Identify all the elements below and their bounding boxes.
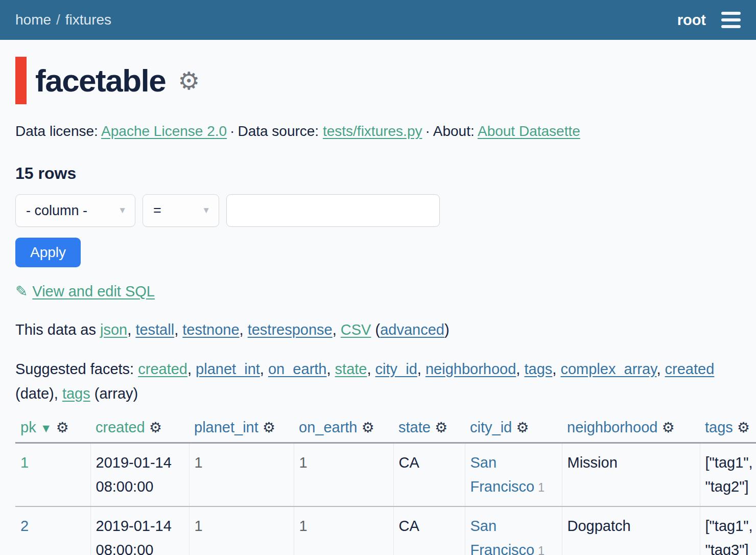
column-header-on-earth: on_earth⚙ [294,419,393,443]
export-link-testall[interactable]: testall [135,321,174,338]
about-link[interactable]: About Datasette [478,123,580,139]
filter-operator-value: = [153,203,161,219]
sort-column-link[interactable]: created [96,419,145,435]
city-link[interactable]: San Francisco [470,454,535,495]
source-link[interactable]: tests/fixtures.py [323,123,422,139]
column-header-state: state⚙ [393,419,465,443]
export-link-testnone[interactable]: testnone [182,321,239,338]
column-gear-icon[interactable]: ⚙ [362,420,374,435]
cell-city-id: San Francisco1 [465,506,562,555]
apply-button[interactable]: Apply [15,238,81,267]
column-gear-icon[interactable]: ⚙ [737,420,750,435]
select-arrow-icon: ▼ [118,205,127,216]
view-edit-sql-link[interactable]: View and edit SQL [32,283,155,299]
suggested-facets-line: Suggested facets: created, planet_int, o… [15,357,741,406]
metadata-line: Data license: Apache License 2.0·Data so… [15,123,741,140]
sql-edit-row: ✎View and edit SQL [15,283,741,300]
facet-link-complex-array[interactable]: complex_array [560,361,656,377]
column-header-tags: tags⚙ [700,419,756,443]
facet-link-planet-int[interactable]: planet_int [196,361,260,377]
table-row: 1 2019-01-14 08:00:00 1 1 CA San Francis… [15,443,756,507]
table-settings-gear-icon[interactable]: ⚙ [178,66,200,95]
logged-in-user-label[interactable]: root [677,12,706,29]
facet-link-tags-array[interactable]: tags [62,385,90,402]
facet-item: tags (array) [62,385,138,402]
row-pk-link[interactable]: 1 [20,454,29,471]
column-header-planet-int: planet_int⚙ [189,419,294,443]
column-gear-icon[interactable]: ⚙ [56,420,68,435]
facet-item: on_earth, [268,361,331,377]
sort-column-link[interactable]: neighborhood [567,419,657,435]
export-item: testnone, [182,321,243,338]
row-count-heading: 15 rows [15,164,741,183]
cell-neighborhood: Mission [562,443,700,507]
column-header-created: created⚙ [90,419,189,443]
facet-link-tags[interactable]: tags [524,361,552,377]
cell-planet-int: 1 [189,443,294,507]
filter-value-input[interactable] [226,194,440,227]
city-link[interactable]: San Francisco [470,518,535,555]
cell-on-earth: 1 [294,506,393,555]
export-link-json[interactable]: json [100,321,127,338]
column-header-pk: pk▼⚙ [15,419,90,443]
sort-column-link[interactable]: on_earth [299,419,358,435]
top-navigation-bar: home/fixtures root [0,0,756,40]
column-gear-icon[interactable]: ⚙ [516,420,529,435]
hamburger-menu-icon[interactable] [721,10,741,30]
facet-link-state[interactable]: state [335,361,367,377]
filter-controls: - column - ▼ = ▼ [15,194,741,227]
sort-column-link[interactable]: pk [20,419,36,435]
export-item: CSV [341,321,371,338]
breadcrumb-home-link[interactable]: home [15,12,51,28]
column-gear-icon[interactable]: ⚙ [149,420,162,435]
sort-column-link[interactable]: state [398,419,431,435]
sort-desc-icon: ▼ [40,422,52,435]
facet-item: neighborhood, [426,361,520,377]
facets-prefix: Suggested facets: [15,361,134,377]
row-pk-link[interactable]: 2 [20,518,29,534]
column-gear-icon[interactable]: ⚙ [435,420,447,435]
cell-neighborhood: Dogpatch [562,506,700,555]
license-link[interactable]: Apache License 2.0 [101,123,227,139]
export-links-line: This data as json, testall, testnone, te… [15,321,741,338]
about-label: About: [433,123,475,139]
breadcrumb: home/fixtures [15,12,111,28]
facet-link-city-id[interactable]: city_id [375,361,417,377]
city-id-badge: 1 [538,544,545,555]
facet-item: created, [138,361,192,377]
city-id-badge: 1 [538,481,545,494]
cell-pk: 2 [15,506,90,555]
cell-created: 2019-01-14 08:00:00 [90,506,189,555]
select-arrow-icon: ▼ [202,205,210,216]
export-item: (advanced) [375,321,450,338]
breadcrumb-database-link[interactable]: fixtures [65,12,111,28]
export-item: json, [100,321,131,338]
cell-city-id: San Francisco1 [465,443,562,507]
export-link-csv[interactable]: CSV [341,321,371,338]
page-title: facetable [35,62,166,99]
cell-pk: 1 [15,443,90,507]
column-header-city-id: city_id⚙ [465,419,562,443]
facet-item: complex_array, [560,361,660,377]
column-gear-icon[interactable]: ⚙ [263,420,275,435]
facet-link-neighborhood[interactable]: neighborhood [426,361,516,377]
export-link-testresponse[interactable]: testresponse [248,321,333,338]
filter-column-select[interactable]: - column - ▼ [15,194,135,227]
source-label: Data source: [238,123,319,139]
facet-link-created-date[interactable]: created [665,361,715,377]
facet-item: planet_int, [196,361,264,377]
filter-operator-select[interactable]: = ▼ [143,194,219,227]
sort-column-link[interactable]: city_id [470,419,512,435]
export-link-advanced[interactable]: advanced [380,321,444,338]
export-item: testresponse, [248,321,337,338]
column-header-neighborhood: neighborhood⚙ [562,419,700,443]
title-accent-bar [15,57,27,104]
page-title-row: facetable ⚙ [15,57,741,104]
facet-item: tags, [524,361,556,377]
facet-link-created[interactable]: created [138,361,187,377]
facet-item: state, [335,361,371,377]
sort-column-link[interactable]: tags [705,419,733,435]
sort-column-link[interactable]: planet_int [194,419,258,435]
facet-link-on-earth[interactable]: on_earth [268,361,327,377]
column-gear-icon[interactable]: ⚙ [662,420,674,435]
